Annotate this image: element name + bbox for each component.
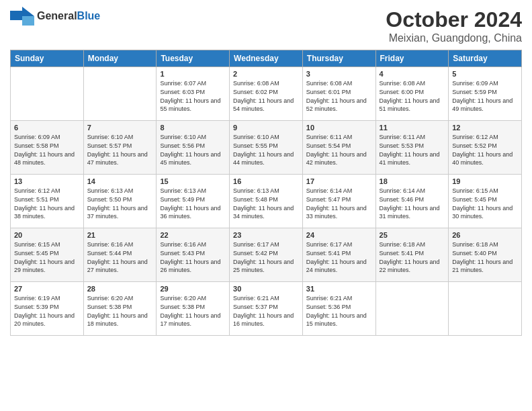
sunset-text: Sunset: 5:56 PM bbox=[160, 142, 205, 149]
day-info: Sunrise: 6:20 AM Sunset: 5:38 PM Dayligh… bbox=[87, 294, 153, 328]
daylight-text: Daylight: 11 hours and 44 minutes. bbox=[233, 151, 294, 167]
calendar-cell: 10 Sunrise: 6:11 AM Sunset: 5:54 PM Dayl… bbox=[302, 121, 375, 175]
svg-marker-2 bbox=[22, 16, 34, 26]
sunset-text: Sunset: 5:36 PM bbox=[306, 304, 351, 310]
title-block: October 2024 Meixian, Guangdong, China bbox=[386, 7, 522, 44]
day-info: Sunrise: 6:20 AM Sunset: 5:38 PM Dayligh… bbox=[160, 294, 226, 328]
day-number: 23 bbox=[233, 231, 299, 239]
col-saturday: Saturday bbox=[449, 50, 522, 67]
daylight-text: Daylight: 11 hours and 41 minutes. bbox=[380, 151, 440, 167]
col-sunday: Sunday bbox=[11, 50, 84, 67]
sunset-text: Sunset: 5:59 PM bbox=[452, 89, 497, 95]
day-info: Sunrise: 6:21 AM Sunset: 5:37 PM Dayligh… bbox=[233, 294, 299, 328]
day-number: 27 bbox=[14, 285, 80, 293]
day-number: 1 bbox=[160, 70, 226, 78]
day-info: Sunrise: 6:17 AM Sunset: 5:41 PM Dayligh… bbox=[306, 240, 372, 274]
calendar-cell: 9 Sunrise: 6:10 AM Sunset: 5:55 PM Dayli… bbox=[230, 121, 303, 175]
sunrise-text: Sunrise: 6:21 AM bbox=[306, 295, 353, 302]
calendar-cell: 4 Sunrise: 6:08 AM Sunset: 6:00 PM Dayli… bbox=[375, 67, 449, 121]
day-info: Sunrise: 6:09 AM Sunset: 5:59 PM Dayligh… bbox=[452, 79, 518, 113]
day-number: 21 bbox=[87, 231, 153, 239]
daylight-text: Daylight: 11 hours and 48 minutes. bbox=[14, 151, 75, 167]
sunrise-text: Sunrise: 6:07 AM bbox=[160, 80, 206, 87]
calendar-cell: 12 Sunrise: 6:12 AM Sunset: 5:52 PM Dayl… bbox=[449, 121, 522, 175]
day-info: Sunrise: 6:08 AM Sunset: 6:00 PM Dayligh… bbox=[380, 79, 445, 113]
sunrise-text: Sunrise: 6:18 AM bbox=[380, 241, 426, 248]
day-number: 24 bbox=[306, 231, 372, 239]
day-info: Sunrise: 6:10 AM Sunset: 5:57 PM Dayligh… bbox=[87, 133, 153, 167]
sunrise-text: Sunrise: 6:10 AM bbox=[160, 134, 206, 140]
logo-icon bbox=[10, 7, 34, 26]
location-title: Meixian, Guangdong, China bbox=[386, 32, 522, 44]
calendar-cell bbox=[11, 67, 84, 121]
day-info: Sunrise: 6:10 AM Sunset: 5:56 PM Dayligh… bbox=[160, 133, 226, 167]
sunrise-text: Sunrise: 6:12 AM bbox=[452, 134, 498, 140]
calendar-week-3: 13 Sunrise: 6:12 AM Sunset: 5:51 PM Dayl… bbox=[11, 175, 522, 228]
daylight-text: Daylight: 11 hours and 22 minutes. bbox=[380, 259, 440, 274]
calendar-cell: 19 Sunrise: 6:15 AM Sunset: 5:45 PM Dayl… bbox=[449, 175, 522, 228]
day-number: 2 bbox=[233, 70, 299, 78]
daylight-text: Daylight: 11 hours and 52 minutes. bbox=[306, 97, 367, 113]
calendar-cell bbox=[449, 282, 522, 336]
header-row: Sunday Monday Tuesday Wednesday Thursday… bbox=[11, 50, 522, 67]
sunset-text: Sunset: 5:55 PM bbox=[233, 142, 278, 149]
logo: GeneralBlue bbox=[10, 7, 100, 26]
sunset-text: Sunset: 5:40 PM bbox=[452, 250, 497, 257]
calendar-page: GeneralBlue October 2024 Meixian, Guangd… bbox=[0, 0, 532, 411]
calendar-cell: 15 Sunrise: 6:13 AM Sunset: 5:49 PM Dayl… bbox=[157, 175, 230, 228]
header: GeneralBlue October 2024 Meixian, Guangd… bbox=[10, 7, 522, 44]
daylight-text: Daylight: 11 hours and 36 minutes. bbox=[160, 205, 220, 220]
sunset-text: Sunset: 5:57 PM bbox=[87, 142, 132, 149]
day-number: 31 bbox=[306, 285, 372, 293]
sunrise-text: Sunrise: 6:10 AM bbox=[233, 134, 279, 140]
daylight-text: Daylight: 11 hours and 49 minutes. bbox=[452, 97, 513, 113]
calendar-cell: 8 Sunrise: 6:10 AM Sunset: 5:56 PM Dayli… bbox=[157, 121, 230, 175]
sunset-text: Sunset: 5:52 PM bbox=[452, 142, 497, 149]
sunrise-text: Sunrise: 6:12 AM bbox=[14, 187, 60, 194]
sunrise-text: Sunrise: 6:16 AM bbox=[160, 241, 206, 248]
calendar-week-1: 1 Sunrise: 6:07 AM Sunset: 6:03 PM Dayli… bbox=[11, 67, 522, 121]
calendar-week-2: 6 Sunrise: 6:09 AM Sunset: 5:58 PM Dayli… bbox=[11, 121, 522, 175]
daylight-text: Daylight: 11 hours and 30 minutes. bbox=[452, 205, 513, 220]
day-info: Sunrise: 6:08 AM Sunset: 6:02 PM Dayligh… bbox=[233, 79, 299, 113]
day-number: 26 bbox=[452, 231, 518, 239]
day-number: 16 bbox=[233, 177, 299, 185]
daylight-text: Daylight: 11 hours and 37 minutes. bbox=[87, 205, 148, 220]
daylight-text: Daylight: 11 hours and 18 minutes. bbox=[87, 312, 148, 328]
sunset-text: Sunset: 5:46 PM bbox=[380, 196, 425, 203]
calendar-cell: 26 Sunrise: 6:18 AM Sunset: 5:40 PM Dayl… bbox=[449, 228, 522, 282]
daylight-text: Daylight: 11 hours and 51 minutes. bbox=[380, 97, 440, 113]
sunrise-text: Sunrise: 6:21 AM bbox=[233, 295, 279, 302]
day-number: 11 bbox=[380, 124, 445, 132]
daylight-text: Daylight: 11 hours and 25 minutes. bbox=[233, 259, 294, 274]
sunrise-text: Sunrise: 6:09 AM bbox=[452, 80, 498, 87]
sunrise-text: Sunrise: 6:20 AM bbox=[87, 295, 134, 302]
daylight-text: Daylight: 11 hours and 33 minutes. bbox=[306, 205, 367, 220]
sunset-text: Sunset: 6:02 PM bbox=[233, 89, 278, 95]
day-info: Sunrise: 6:18 AM Sunset: 5:40 PM Dayligh… bbox=[452, 240, 518, 274]
calendar-cell: 11 Sunrise: 6:11 AM Sunset: 5:53 PM Dayl… bbox=[375, 121, 449, 175]
day-number: 17 bbox=[306, 177, 372, 185]
day-info: Sunrise: 6:07 AM Sunset: 6:03 PM Dayligh… bbox=[160, 79, 226, 113]
sunset-text: Sunset: 5:50 PM bbox=[87, 196, 132, 203]
sunrise-text: Sunrise: 6:08 AM bbox=[380, 80, 426, 87]
day-number: 13 bbox=[14, 177, 80, 185]
sunrise-text: Sunrise: 6:18 AM bbox=[452, 241, 498, 248]
calendar-cell: 30 Sunrise: 6:21 AM Sunset: 5:37 PM Dayl… bbox=[230, 282, 303, 336]
day-number: 6 bbox=[14, 124, 80, 132]
day-number: 12 bbox=[452, 124, 518, 132]
sunrise-text: Sunrise: 6:13 AM bbox=[233, 187, 279, 194]
calendar-cell: 5 Sunrise: 6:09 AM Sunset: 5:59 PM Dayli… bbox=[449, 67, 522, 121]
day-number: 20 bbox=[14, 231, 80, 239]
sunrise-text: Sunrise: 6:14 AM bbox=[306, 187, 353, 194]
daylight-text: Daylight: 11 hours and 42 minutes. bbox=[306, 151, 367, 167]
sunset-text: Sunset: 5:51 PM bbox=[14, 196, 59, 203]
calendar-cell: 23 Sunrise: 6:17 AM Sunset: 5:42 PM Dayl… bbox=[230, 228, 303, 282]
day-info: Sunrise: 6:15 AM Sunset: 5:45 PM Dayligh… bbox=[452, 187, 518, 220]
sunset-text: Sunset: 5:45 PM bbox=[14, 250, 59, 257]
day-number: 5 bbox=[452, 70, 518, 78]
daylight-text: Daylight: 11 hours and 34 minutes. bbox=[233, 205, 294, 220]
sunset-text: Sunset: 5:44 PM bbox=[87, 250, 132, 257]
calendar-cell: 3 Sunrise: 6:08 AM Sunset: 6:01 PM Dayli… bbox=[302, 67, 375, 121]
day-number: 14 bbox=[87, 177, 153, 185]
